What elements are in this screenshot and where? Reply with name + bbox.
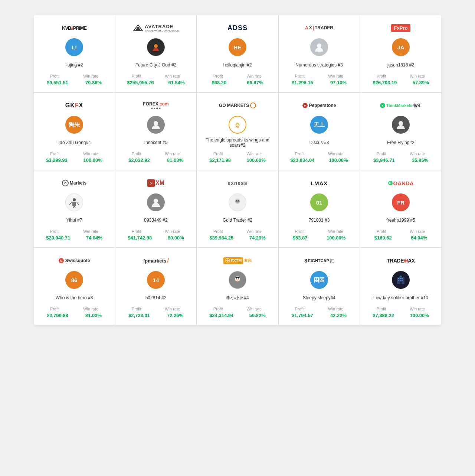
trader-card[interactable]: P Pepperstone 天上 Discus #3 Profit Win ra… (278, 92, 360, 170)
trader-name: helloqianjin #2 (223, 59, 252, 71)
svg-point-10 (154, 199, 158, 203)
stats-values-row: $169.62 64.04% (365, 235, 437, 241)
profit-label: Profit (50, 307, 60, 311)
winrate-label: Win rate (410, 74, 425, 78)
trader-card[interactable]: GO MARKETS Q The eagle spreads its wings… (197, 92, 278, 170)
avatar (147, 116, 165, 134)
trader-name: Yihui #7 (66, 214, 82, 226)
profit-label: Profit (377, 229, 386, 234)
trader-card[interactable]: iC Markets Yihui #7 Profit Win rate (33, 170, 115, 248)
profit-label: Profit (50, 229, 60, 234)
profit-value: $255,955.76 (127, 80, 154, 85)
trader-card[interactable]: GKFX 陶朱 Tao Zhu Gong#4 Profit Win rate $… (33, 92, 115, 170)
avatar (229, 271, 246, 289)
trader-card[interactable]: LMAX 01 791001 #3 Profit Win rate $53.87… (278, 170, 360, 248)
avatar: JA (392, 38, 410, 56)
trader-name: freehp1999 #5 (386, 214, 415, 226)
avatar: HE (229, 38, 246, 56)
svg-rect-24 (402, 280, 403, 281)
svg-point-2 (154, 121, 158, 125)
trader-name: liujing #2 (65, 59, 83, 71)
trader-name: Future City J God #2 (135, 59, 177, 71)
stats-values-row: $255,955.76 61.54% (120, 80, 192, 85)
broker-logo-container: KVB//PRIME (62, 21, 86, 35)
stats-values-row: $2,032.92 81.03% (120, 157, 192, 163)
stats-values-row: $41,742.88 80.00% (120, 235, 192, 241)
icmarkets-logo: iC Markets (62, 180, 86, 186)
winrate-label: Win rate (328, 229, 343, 234)
winrate-value: 61.54% (168, 80, 184, 85)
trader-card[interactable]: ● ThinkMarkets 智汇 Free Flying#2 Profit W… (360, 92, 442, 170)
avatar (147, 38, 165, 56)
trader-card[interactable]: exness Gold Trader #2 Profit Win rate $3… (197, 170, 278, 248)
trader-card[interactable]: TRADEMAX Low-key soldier brother #10 Pro… (360, 248, 442, 325)
swissquote-logo: s Swissquote (59, 258, 90, 263)
fxpro-logo: FxPro (391, 24, 411, 32)
winrate-label: Win rate (328, 151, 343, 156)
profit-label: Profit (295, 151, 305, 156)
broker-logo-container: AX|TRADER (305, 21, 333, 35)
trader-card[interactable]: KVB//PRIME LI liujing #2 Profit Win rate… (33, 15, 115, 92)
profit-value: $9,551.51 (47, 80, 68, 85)
axitrader-logo: AX|TRADER (305, 25, 333, 30)
trader-card[interactable]: FXTM 富拓 李小小沐#4 Profit Win rate (197, 248, 278, 325)
broker-logo-container: FxPro (391, 21, 411, 35)
winrate-value: 42.22% (330, 313, 347, 318)
winrate-value: 97.10% (330, 80, 347, 85)
winrate-label: Win rate (83, 151, 98, 156)
stats-labels-row: Profit Win rate (120, 229, 192, 234)
forex-logo: FOREX.com ■ ■ ■ ■ (143, 101, 168, 110)
stats-labels-row: Profit Win rate (283, 229, 355, 234)
profit-label: Profit (295, 307, 305, 311)
profit-value: $68.20 (212, 80, 227, 85)
trader-name: Discus #3 (309, 137, 329, 149)
trader-card[interactable]: AX|TRADER Numerous strategies #3 Profit … (278, 15, 360, 92)
trader-card[interactable]: ADSS HE helloqianjin #2 Profit Win rate … (197, 15, 278, 92)
winrate-value: 74.04% (86, 235, 102, 241)
trader-card[interactable]: 8 EIGHTCAP 汇 困困 Sleepy sleepy#4 Profit W… (278, 248, 360, 325)
stats-values-row: $20,040.71 74.04% (38, 235, 110, 241)
trader-card[interactable]: FOREX.com ■ ■ ■ ■ Innocent #5 Profit Win… (115, 92, 197, 170)
trading-grid: KVB//PRIME LI liujing #2 Profit Win rate… (33, 15, 442, 325)
profit-label: Profit (377, 74, 386, 78)
stats-values-row: $7,888.22 100.00% (365, 313, 437, 318)
profit-label: Profit (50, 74, 60, 78)
trader-name: 502814 #2 (145, 292, 167, 304)
stats-labels-row: Profit Win rate (283, 151, 355, 156)
profit-value: $23,834.04 (290, 157, 314, 163)
trader-card[interactable]: AVATRADE TRADE WITH CONFIDENCE Future Ci… (115, 15, 197, 92)
trader-name: Who is the hero #3 (56, 292, 93, 304)
winrate-value: 81.03% (85, 313, 102, 318)
stats-labels-row: Profit Win rate (202, 151, 273, 156)
svg-rect-5 (72, 202, 76, 206)
trader-name: Sleepy sleepy#4 (303, 292, 335, 304)
profit-label: Profit (132, 229, 141, 234)
trader-card[interactable]: FxPro JA jason1818 #2 Profit Win rate $2… (360, 15, 442, 92)
profit-label: Profit (132, 74, 141, 78)
ava-logo: AVATRADE TRADE WITH CONFIDENCE (133, 24, 179, 32)
winrate-label: Win rate (246, 307, 262, 311)
winrate-value: 35.85% (412, 157, 428, 163)
stats-labels-row: Profit Win rate (365, 307, 437, 311)
winrate-label: Win rate (165, 229, 180, 234)
trader-card[interactable]: s Swissquote 86 Who is the hero #3 Profi… (33, 248, 115, 325)
winrate-label: Win rate (83, 229, 98, 234)
winrate-label: Win rate (165, 74, 180, 78)
winrate-value: 81.03% (167, 157, 183, 163)
trader-name: Innocent #5 (144, 137, 168, 149)
avatar: 14 (147, 271, 165, 289)
avatar (310, 38, 328, 56)
stats-labels-row: Profit Win rate (365, 151, 437, 156)
lmax-logo: LMAX (311, 180, 328, 186)
stats-labels-row: Profit Win rate (365, 74, 437, 78)
trader-card[interactable]: fpmarkets / 14 502814 #2 Profit Win rate… (115, 248, 197, 325)
trader-name: 0933449 #2 (144, 214, 167, 226)
gkfx-logo: GKFX (65, 102, 83, 109)
trader-card[interactable]: ▷ XM 0933449 #2 Profit Win rate $41,742.… (115, 170, 197, 248)
winrate-label: Win rate (246, 74, 262, 78)
avatar: 天上 (310, 116, 328, 134)
stats-labels-row: Profit Win rate (365, 229, 437, 234)
stats-labels-row: Profit Win rate (38, 229, 110, 234)
winrate-value: 66.67% (247, 80, 263, 85)
trader-card[interactable]: ▶ OANDA FR freehp1999 #5 Profit Win rate… (360, 170, 442, 248)
